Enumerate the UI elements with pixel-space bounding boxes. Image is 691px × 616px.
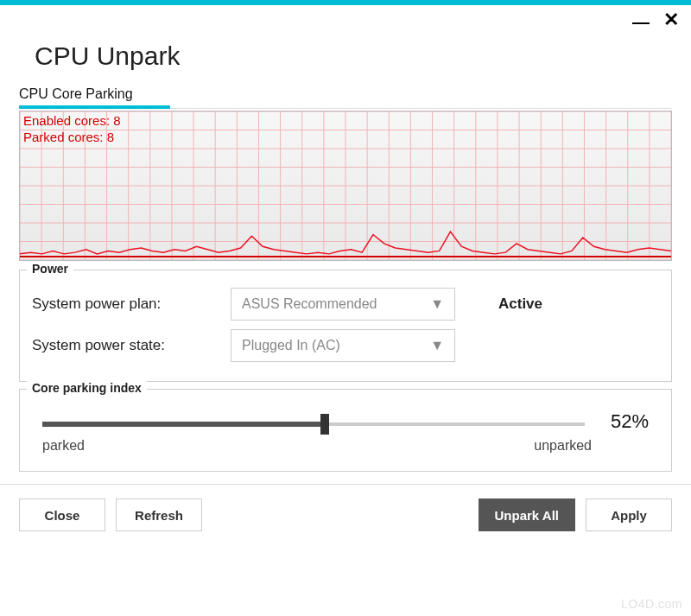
accent-bar bbox=[0, 0, 691, 5]
chevron-down-icon: ▼ bbox=[430, 296, 444, 312]
section-underline-row bbox=[0, 105, 691, 109]
apply-button[interactable]: Apply bbox=[586, 499, 672, 531]
slider-percent: 52% bbox=[611, 410, 649, 433]
core-index-slider[interactable]: 52% bbox=[42, 422, 585, 426]
slider-thumb[interactable] bbox=[320, 414, 329, 435]
power-state-row: System power state: Plugged In (AC) ▼ bbox=[32, 329, 659, 362]
button-bar: Close Refresh Unpark All Apply bbox=[0, 484, 691, 545]
power-legend: Power bbox=[27, 262, 73, 276]
refresh-button[interactable]: Refresh bbox=[116, 499, 202, 531]
core-index-group: Core parking index 52% parked unparked bbox=[19, 389, 672, 472]
power-plan-status: Active bbox=[498, 295, 542, 313]
slider-fill bbox=[42, 422, 325, 427]
power-plan-row: System power plan: ASUS Recommended ▼ Ac… bbox=[32, 288, 659, 321]
power-plan-label: System power plan: bbox=[32, 295, 231, 313]
core-index-legend: Core parking index bbox=[27, 381, 147, 395]
power-state-value: Plugged In (AC) bbox=[242, 338, 340, 353]
section-underline-rest bbox=[170, 108, 672, 109]
section-header-label: CPU Core Parking bbox=[19, 86, 133, 105]
titlebar: — ✕ bbox=[0, 5, 691, 29]
power-plan-dropdown[interactable]: ASUS Recommended ▼ bbox=[231, 288, 455, 321]
close-icon[interactable]: ✕ bbox=[663, 10, 679, 29]
spacer bbox=[212, 499, 468, 531]
parked-cores-label: Parked cores: 8 bbox=[23, 130, 121, 146]
cpu-activity-graph: Enabled cores: 8 Parked cores: 8 bbox=[19, 111, 672, 261]
watermark: LO4D.com bbox=[621, 597, 682, 611]
chevron-down-icon: ▼ bbox=[430, 338, 444, 353]
page-title: CPU Unpark bbox=[0, 29, 691, 86]
section-header: CPU Core Parking bbox=[0, 86, 691, 105]
power-plan-value: ASUS Recommended bbox=[242, 296, 377, 312]
minimize-icon[interactable]: — bbox=[632, 13, 650, 30]
unpark-all-button[interactable]: Unpark All bbox=[479, 499, 575, 531]
power-state-label: System power state: bbox=[32, 337, 231, 354]
power-group: Power System power plan: ASUS Recommende… bbox=[19, 270, 672, 382]
slider-labels: parked unparked bbox=[37, 438, 654, 454]
close-button[interactable]: Close bbox=[19, 499, 105, 531]
enabled-cores-label: Enabled cores: 8 bbox=[23, 113, 121, 130]
graph-overlay-labels: Enabled cores: 8 Parked cores: 8 bbox=[23, 113, 121, 146]
section-underline-active bbox=[19, 105, 170, 109]
slider-left-label: parked bbox=[42, 438, 85, 454]
power-state-dropdown[interactable]: Plugged In (AC) ▼ bbox=[231, 329, 455, 362]
slider-right-label: unparked bbox=[534, 438, 592, 454]
